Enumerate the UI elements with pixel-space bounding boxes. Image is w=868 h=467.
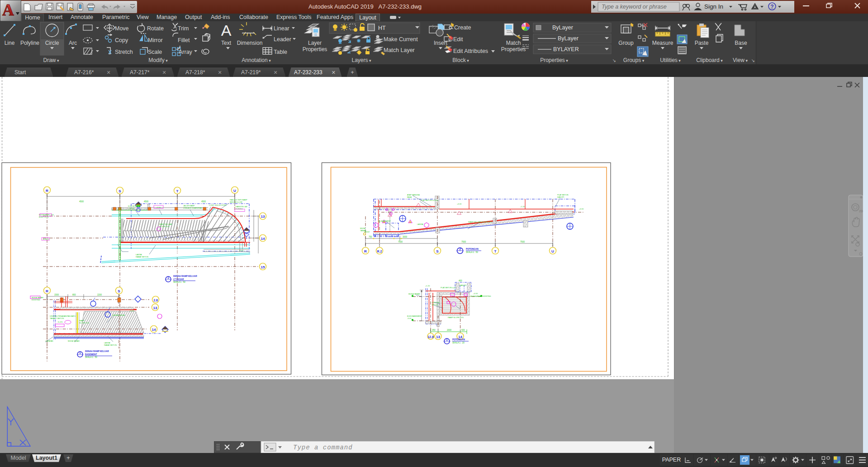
svg-text:R.2: R.2: [377, 250, 382, 253]
svg-text:ELEV.2: ELEV.2: [43, 238, 49, 240]
svg-text:MUKA TANAH: MUKA TANAH: [68, 340, 80, 342]
svg-text:LANTAI: LANTAI: [417, 223, 423, 225]
svg-text:400: 400: [459, 280, 462, 282]
svg-text:Text: Text: [221, 40, 232, 46]
svg-text:BAJA: BAJA: [407, 196, 412, 198]
svg-text:Paste: Paste: [695, 40, 709, 46]
svg-text:Measure: Measure: [652, 40, 674, 46]
svg-text:+4.00: +4.00: [473, 292, 478, 295]
svg-text:RABAT BETON: RABAT BETON: [104, 344, 117, 346]
svg-text:PLAT BETON t=12cm: PLAT BETON t=12cm: [421, 199, 438, 201]
svg-text:U: U: [233, 189, 236, 193]
svg-text:BYLAYER: BYLAYER: [553, 46, 579, 52]
svg-text:+0.00: +0.00: [239, 249, 244, 252]
svg-text:13: 13: [436, 335, 440, 339]
svg-text:RAMP SLOPE 15%: RAMP SLOPE 15%: [448, 316, 464, 319]
svg-text:POTONGAN: POTONGAN: [452, 338, 465, 341]
svg-text:LT DASAR: LT DASAR: [173, 278, 184, 281]
svg-text:KANOPI: KANOPI: [460, 284, 466, 286]
svg-text:CONT. 4X0.5X STRIP: CONT. 4X0.5X STRIP: [209, 204, 227, 206]
svg-text:HT: HT: [378, 25, 386, 31]
svg-text:U: U: [551, 249, 554, 253]
svg-text:4500: 4500: [79, 200, 84, 203]
svg-text:BASEMENT: BASEMENT: [85, 353, 97, 356]
svg-text:12.8: 12.8: [427, 335, 434, 338]
svg-text:Base: Base: [735, 40, 747, 46]
svg-text:13: 13: [261, 214, 265, 219]
svg-text:SLOPE 15%: SLOPE 15%: [79, 322, 90, 324]
svg-text:Rotate: Rotate: [147, 25, 164, 32]
svg-text:EXIST: EXIST: [365, 231, 370, 233]
svg-text:A: A: [2, 1, 14, 19]
svg-text:Properties: Properties: [501, 46, 526, 52]
svg-text:750: 750: [369, 236, 372, 238]
svg-text:2.8: 2.8: [153, 299, 158, 302]
svg-text:7500: 7500: [398, 241, 403, 243]
svg-text:T: T: [176, 189, 179, 193]
svg-text:L.40/40: L.40/40: [128, 207, 134, 210]
svg-text:2200: 2200: [97, 294, 102, 296]
svg-text:KUNING: KUNING: [236, 208, 243, 210]
svg-text:Edit: Edit: [453, 36, 463, 43]
svg-text:EXISTING: EXISTING: [32, 299, 40, 301]
svg-text:PAS.BATU: PAS.BATU: [67, 315, 76, 317]
svg-text:Linear: Linear: [274, 25, 289, 32]
svg-text:R: R: [364, 249, 367, 253]
svg-text:?: ?: [770, 4, 773, 10]
svg-text:+4.00: +4.00: [457, 203, 462, 205]
svg-text:R: R: [46, 289, 48, 293]
svg-text:BESI HOLLOW: BESI HOLLOW: [230, 201, 242, 203]
svg-text:Line: Line: [5, 40, 15, 46]
svg-text:K.225: K.225: [58, 321, 63, 323]
svg-text:R: R: [46, 189, 48, 193]
svg-text:PLAT BETON t=12: PLAT BETON t=12: [441, 286, 456, 289]
svg-text:RABAT BETON: RABAT BETON: [136, 256, 148, 258]
svg-text:Create: Create: [454, 24, 471, 31]
svg-text:14: 14: [261, 237, 265, 241]
svg-text:ByLayer: ByLayer: [558, 35, 579, 42]
svg-text:1500: 1500: [54, 294, 59, 296]
svg-text:Dimension: Dimension: [237, 40, 263, 46]
svg-text:MUKA TANAH: MUKA TANAH: [408, 293, 420, 295]
svg-text:SKALA 1 : 50: SKALA 1 : 50: [85, 356, 97, 358]
svg-text:Table: Table: [274, 49, 287, 55]
svg-text:Trim: Trim: [178, 25, 189, 32]
svg-text:Mirror: Mirror: [148, 37, 163, 43]
svg-text:S: S: [436, 249, 439, 253]
svg-text:7500: 7500: [461, 241, 466, 243]
svg-text:4500: 4500: [144, 200, 149, 203]
svg-text:800: 800: [72, 294, 76, 296]
svg-text:Array: Array: [179, 49, 193, 55]
svg-text:SKALA 1 : 50: SKALA 1 : 50: [466, 251, 478, 253]
svg-text:Circle: Circle: [45, 40, 59, 46]
svg-text:Match Layer: Match Layer: [384, 47, 415, 53]
svg-text:LANTAI KERJA: LANTAI KERJA: [112, 314, 125, 316]
svg-text:Edit Attributes: Edit Attributes: [453, 48, 488, 54]
svg-text:Type a keyword or phrase: Type a keyword or phrase: [602, 4, 667, 10]
svg-text:2: 2: [459, 248, 461, 251]
svg-text:15: 15: [261, 265, 265, 269]
svg-text:KANOPI: KANOPI: [557, 196, 564, 198]
svg-text:TANAH T.BETON: TANAH T.BETON: [50, 317, 64, 319]
svg-text:RAMP KELUAR SLOPE 15%: RAMP KELUAR SLOPE 15%: [468, 221, 492, 223]
svg-text:CATATAN: CATATAN: [45, 340, 53, 342]
svg-text:13: 13: [153, 306, 157, 310]
svg-text:-3.00: -3.00: [407, 317, 412, 319]
svg-text:4500: 4500: [201, 200, 206, 203]
svg-text:Move: Move: [115, 25, 129, 32]
svg-text:S: S: [119, 189, 121, 193]
svg-text:Type a command: Type a command: [293, 444, 353, 451]
svg-text:Leader: Leader: [274, 36, 291, 43]
svg-text:ByLayer: ByLayer: [552, 24, 573, 31]
svg-text:14: 14: [152, 328, 156, 332]
svg-text:2D: 2D: [859, 210, 863, 213]
svg-text:7500: 7500: [520, 241, 525, 243]
svg-text:Stretch: Stretch: [115, 49, 133, 55]
svg-text:2000: 2000: [447, 329, 452, 331]
svg-text:Insert: Insert: [434, 40, 448, 46]
svg-text:600: 600: [461, 329, 465, 331]
svg-text:Properties: Properties: [303, 46, 327, 52]
svg-text:Scale: Scale: [148, 49, 162, 55]
svg-text:SKALA 1 : 50: SKALA 1 : 50: [173, 281, 185, 283]
svg-text:Layer: Layer: [308, 40, 322, 46]
